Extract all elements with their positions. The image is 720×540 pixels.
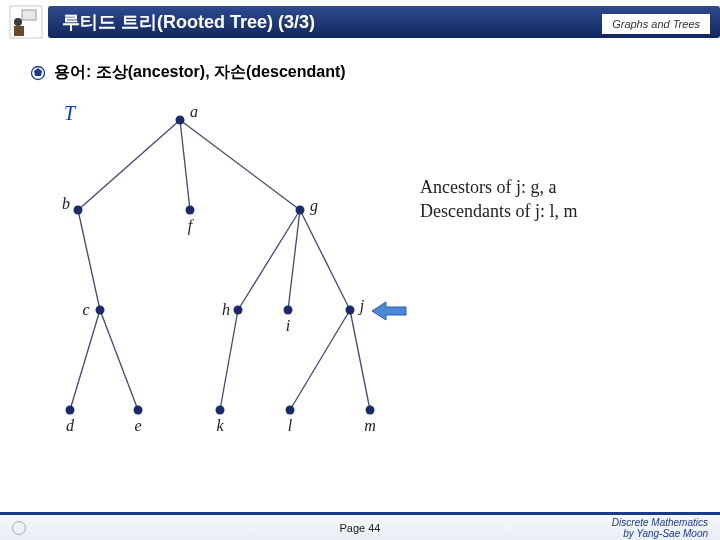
title-bar: 루티드 트리(Rooted Tree) (3/3) Graphs and Tre… — [0, 0, 720, 48]
node-h — [234, 306, 243, 315]
label-h: h — [222, 301, 230, 319]
svg-line-14 — [220, 310, 238, 410]
page-number: Page 44 — [340, 522, 381, 534]
node-e — [134, 406, 143, 415]
node-d — [66, 406, 75, 415]
descendants-line: Descendants of j: l, m — [420, 199, 577, 223]
svg-point-2 — [14, 18, 22, 26]
svg-line-10 — [288, 210, 300, 310]
label-a: a — [190, 103, 198, 121]
node-a — [176, 116, 185, 125]
label-k: k — [216, 417, 223, 435]
node-j — [346, 306, 355, 315]
label-m: m — [364, 417, 376, 435]
svg-line-16 — [350, 310, 370, 410]
svg-rect-3 — [14, 26, 24, 36]
svg-marker-17 — [372, 302, 406, 320]
label-b: b — [62, 195, 70, 213]
node-l — [286, 406, 295, 415]
label-d: d — [66, 417, 74, 435]
label-g: g — [310, 197, 318, 215]
label-e: e — [134, 417, 141, 435]
svg-line-6 — [180, 120, 190, 210]
footer: Page 44 Discrete Mathematics by Yang-Sae… — [0, 512, 720, 540]
label-j: j — [360, 297, 364, 315]
svg-line-13 — [100, 310, 138, 410]
node-c — [96, 306, 105, 315]
university-logo-icon — [12, 521, 26, 535]
footer-credits: Discrete Mathematics by Yang-Sae Moon — [612, 517, 708, 539]
slide-title: 루티드 트리(Rooted Tree) (3/3) — [62, 10, 315, 34]
bullet-icon — [30, 65, 46, 81]
annotations: Ancestors of j: g, a Descendants of j: l… — [420, 175, 577, 224]
author-name: by Yang-Sae Moon — [612, 528, 708, 539]
svg-rect-1 — [22, 10, 36, 20]
tree-edges — [40, 100, 410, 450]
svg-line-11 — [300, 210, 350, 310]
footer-logo — [12, 521, 26, 535]
svg-line-8 — [78, 210, 100, 310]
label-i: i — [286, 317, 290, 335]
subheading-text: 용어: 조상(ancestor), 자손(descendant) — [54, 62, 346, 83]
pointer-arrow-icon — [372, 300, 408, 326]
node-i — [284, 306, 293, 315]
subheading: 용어: 조상(ancestor), 자손(descendant) — [30, 62, 346, 83]
node-g — [296, 206, 305, 215]
section-label: Graphs and Trees — [602, 14, 710, 34]
course-name: Discrete Mathematics — [612, 517, 708, 528]
svg-line-12 — [70, 310, 100, 410]
svg-line-9 — [238, 210, 300, 310]
tree-diagram: T a b — [40, 100, 410, 450]
svg-line-5 — [78, 120, 180, 210]
node-k — [216, 406, 225, 415]
label-l: l — [288, 417, 292, 435]
label-c: c — [82, 301, 89, 319]
ancestors-line: Ancestors of j: g, a — [420, 175, 577, 199]
svg-line-15 — [290, 310, 350, 410]
node-m — [366, 406, 375, 415]
node-f — [186, 206, 195, 215]
label-f: f — [188, 217, 192, 235]
svg-line-7 — [180, 120, 300, 210]
node-b — [74, 206, 83, 215]
presenter-icon — [6, 2, 46, 42]
